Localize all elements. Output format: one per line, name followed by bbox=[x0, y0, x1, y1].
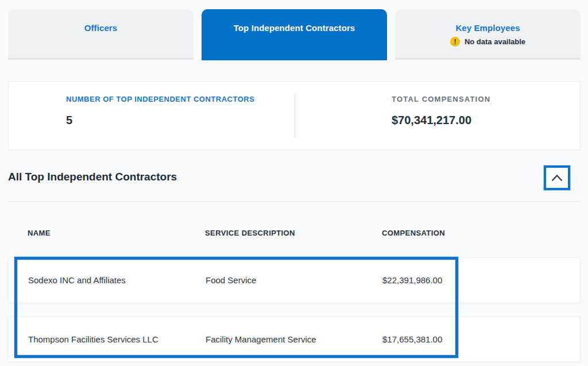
summary-card: NUMBER OF TOP INDEPENDENT CONTRACTORS 5 … bbox=[8, 81, 581, 150]
tab-key-employees-label: Key Employees bbox=[455, 23, 520, 33]
warning-icon: ! bbox=[450, 37, 460, 47]
tab-officers[interactable]: Officers bbox=[8, 9, 194, 60]
no-data-status: ! No data available bbox=[450, 37, 525, 47]
tab-key-employees[interactable]: Key Employees ! No data available bbox=[395, 9, 581, 60]
cell-compensation: $22,391,986.00 bbox=[382, 275, 580, 285]
tab-bar: Officers Top Independent Contractors Key… bbox=[8, 9, 581, 60]
column-header-compensation: COMPENSATION bbox=[382, 229, 581, 237]
collapse-button[interactable] bbox=[546, 168, 568, 188]
column-header-service-description: SERVICE DESCRIPTION bbox=[205, 229, 382, 237]
table-row: Sodexo INC and Affiliates Food Service $… bbox=[8, 257, 581, 303]
summary-count-cell: NUMBER OF TOP INDEPENDENT CONTRACTORS 5 bbox=[9, 82, 295, 149]
chevron-up-icon bbox=[551, 174, 563, 182]
summary-count-value: 5 bbox=[66, 114, 295, 127]
table-row: Thompson Facilities Services LLC Facilit… bbox=[8, 317, 581, 362]
section-divider bbox=[8, 201, 581, 202]
contractors-page: { "colors": { "active_tab_blue": "#0671c… bbox=[0, 0, 588, 366]
table-header-row: NAME SERVICE DESCRIPTION COMPENSATION bbox=[8, 229, 581, 237]
tab-officers-label: Officers bbox=[84, 23, 118, 33]
column-header-name: NAME bbox=[28, 229, 205, 237]
cell-name: Sodexo INC and Affiliates bbox=[28, 275, 206, 285]
no-data-status-text: No data available bbox=[465, 37, 525, 46]
summary-total-label: TOTAL COMPENSATION bbox=[392, 95, 580, 103]
cell-service-description: Food Service bbox=[206, 275, 382, 285]
section-title: All Top Independent Contractors bbox=[8, 171, 177, 183]
highlight-annotation-button bbox=[544, 165, 570, 190]
tab-top-independent-contractors[interactable]: Top Independent Contractors bbox=[202, 9, 387, 60]
cell-name: Thompson Facilities Services LLC bbox=[28, 334, 206, 344]
summary-count-label: NUMBER OF TOP INDEPENDENT CONTRACTORS bbox=[66, 95, 295, 103]
summary-total-cell: TOTAL COMPENSATION $70,341,217.00 bbox=[295, 82, 580, 149]
tab-top-independent-contractors-label: Top Independent Contractors bbox=[234, 23, 355, 33]
cell-service-description: Facility Management Service bbox=[206, 334, 382, 344]
summary-total-value: $70,341,217.00 bbox=[392, 114, 580, 127]
cell-compensation: $17,655,381.00 bbox=[382, 334, 580, 344]
